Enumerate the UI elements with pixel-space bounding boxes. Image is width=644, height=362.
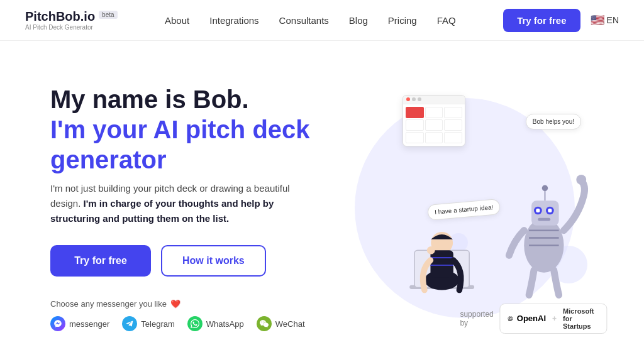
messenger-telegram[interactable]: Telegram <box>122 316 174 331</box>
lang-code: EN <box>607 15 619 25</box>
flag-icon: 🇺🇸 <box>591 13 604 27</box>
hero-left: My name is Bob. I'm your AI pitch deck g… <box>50 84 352 331</box>
header: PitchBob.io beta AI Pitch Deck Generator… <box>0 0 644 41</box>
nav-consultants[interactable]: Consultants <box>279 15 329 26</box>
svg-rect-5 <box>430 250 453 278</box>
messenger-section: Choose any messenger you like ❤️ messeng… <box>50 299 352 331</box>
microsoft-label: Microsoft for Startups <box>563 307 599 330</box>
hero-headline: My name is Bob. I'm your AI pitch deck g… <box>50 84 352 175</box>
main-content: My name is Bob. I'm your AI pitch deck g… <box>0 41 644 362</box>
headline-line2: I'm your AI pitch deck generator <box>50 116 310 173</box>
whatsapp-icon <box>187 316 203 331</box>
messenger-facebook[interactable]: messenger <box>50 316 109 331</box>
try-free-button[interactable]: Try for free <box>50 245 151 277</box>
wechat-label: WeChat <box>275 319 305 329</box>
logo-text: PitchBob.io <box>25 9 95 23</box>
logo-area: PitchBob.io beta AI Pitch Deck Generator <box>25 9 118 31</box>
openai-logo: OpenAI + Microsoft for Startups <box>500 304 608 334</box>
hero-illustration: I have a startup idea! Bob helps you! <box>365 76 594 340</box>
whatsapp-label: WhatsApp <box>206 319 244 329</box>
main-illustration-svg <box>365 76 594 340</box>
headline-line1: My name is Bob. <box>50 85 249 113</box>
svg-point-21 <box>576 174 586 184</box>
supported-by-label: supported by <box>460 310 493 327</box>
messenger-facebook-label: messenger <box>69 319 109 329</box>
nav-integrations[interactable]: Integrations <box>209 15 258 26</box>
nav-pricing[interactable]: Pricing <box>388 15 417 26</box>
cta-buttons: Try for free How it works <box>50 245 352 277</box>
messenger-label: Choose any messenger you like ❤️ <box>50 299 352 309</box>
header-right: Try for free 🇺🇸 EN <box>503 9 619 32</box>
svg-point-20 <box>542 185 548 190</box>
nav-faq[interactable]: FAQ <box>437 15 456 26</box>
supported-by-section: supported by OpenAI + Microsoft for Star… <box>460 304 524 334</box>
nav-blog[interactable]: Blog <box>349 15 368 26</box>
svg-rect-18 <box>538 217 550 221</box>
messenger-wechat[interactable]: WeChat <box>257 316 305 331</box>
facebook-messenger-icon <box>50 316 65 331</box>
wechat-icon <box>257 316 272 331</box>
nav-about[interactable]: About <box>165 15 189 26</box>
heart-icon: ❤️ <box>170 299 180 309</box>
messenger-icons: messenger Telegram WhatsApp <box>50 316 352 331</box>
language-selector[interactable]: 🇺🇸 EN <box>591 13 619 27</box>
svg-point-17 <box>548 208 552 212</box>
header-try-button[interactable]: Try for free <box>503 9 580 32</box>
svg-point-8 <box>427 246 435 254</box>
subtitle-bold: I'm in charge of your thoughts and help … <box>50 198 274 224</box>
logo-beta: beta <box>99 11 117 19</box>
hero-subtitle: I'm not just building your pitch deck or… <box>50 181 314 226</box>
main-nav: About Integrations Consultants Blog Pric… <box>165 15 456 26</box>
how-it-works-button[interactable]: How it works <box>161 245 266 277</box>
svg-point-15 <box>536 208 540 212</box>
pitch-window-card <box>402 95 465 146</box>
messenger-whatsapp[interactable]: WhatsApp <box>187 316 244 331</box>
telegram-icon <box>122 316 137 331</box>
openai-label: OpenAI <box>517 314 546 323</box>
telegram-label: Telegram <box>141 319 174 329</box>
logo-subtitle: AI Pitch Deck Generator <box>25 24 118 31</box>
